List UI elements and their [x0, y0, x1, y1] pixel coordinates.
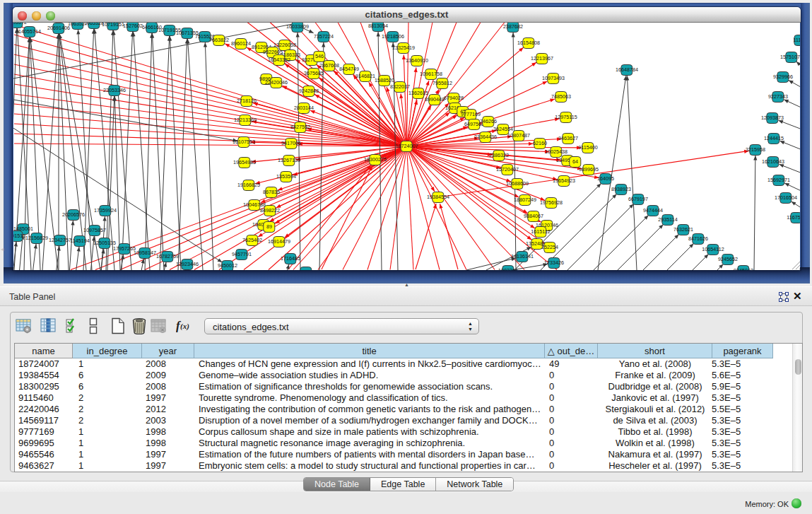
svg-text:18300275: 18300275	[364, 156, 387, 163]
svg-text:3675685: 3675685	[304, 70, 324, 76]
svg-text:8990448: 8990448	[425, 96, 445, 103]
svg-text:6679197: 6679197	[628, 196, 648, 202]
svg-text:9417006: 9417006	[281, 140, 301, 146]
svg-text:1716485: 1716485	[281, 255, 300, 262]
svg-text:1527602: 1527602	[123, 23, 143, 29]
svg-text:7485063: 7485063	[551, 93, 571, 100]
svg-text:8427552: 8427552	[290, 124, 310, 130]
svg-text:13267130: 13267130	[278, 157, 300, 163]
svg-text:1244415: 1244415	[764, 135, 784, 141]
svg-text:15720407: 15720407	[496, 166, 519, 173]
svg-text:14055714: 14055714	[18, 28, 41, 35]
svg-text:9227343: 9227343	[768, 93, 788, 100]
svg-text:19654923: 19654923	[553, 177, 575, 184]
svg-text:19218506: 19218506	[382, 33, 404, 40]
svg-text:7625402: 7625402	[242, 237, 262, 243]
svg-text:9115400: 9115400	[578, 144, 597, 151]
svg-text:11127: 11127	[794, 37, 800, 43]
svg-text:1733426: 1733426	[544, 259, 564, 266]
svg-text:19654985: 19654985	[233, 159, 256, 165]
svg-text:8960124: 8960124	[231, 40, 251, 47]
svg-text:12213369: 12213369	[234, 117, 257, 123]
svg-text:12975115: 12975115	[555, 114, 577, 120]
svg-text:2935114: 2935114	[658, 216, 677, 223]
svg-text:16033809: 16033809	[286, 23, 309, 30]
svg-text:9450012: 9450012	[218, 262, 237, 269]
svg-text:9329966: 9329966	[773, 74, 793, 80]
svg-text:8471626: 8471626	[688, 235, 708, 242]
svg-text:1362615: 1362615	[408, 90, 428, 96]
svg-text:20206576: 20206576	[62, 211, 85, 218]
svg-text:23053346: 23053346	[103, 87, 126, 93]
svg-text:3215958: 3215958	[746, 146, 765, 153]
svg-text:3624554: 3624554	[493, 126, 513, 132]
svg-text:1615112: 1615112	[531, 228, 550, 235]
svg-text:89: 89	[266, 223, 272, 230]
svg-text:8322037: 8322037	[390, 83, 410, 90]
svg-text:18724007: 18724007	[396, 143, 418, 149]
svg-text:164095: 164095	[597, 175, 614, 182]
svg-text:12923446: 12923446	[176, 261, 199, 267]
svg-text:9146821: 9146821	[355, 73, 375, 79]
svg-text:8813054: 8813054	[368, 23, 388, 29]
svg-text:1588520: 1588520	[375, 77, 394, 83]
svg-text:13640910: 13640910	[406, 57, 428, 64]
svg-text:12156829: 12156829	[25, 235, 48, 241]
svg-text:8454749: 8454749	[339, 66, 359, 72]
svg-text:12342757: 12342757	[49, 237, 71, 243]
svg-text:7955812: 7955812	[433, 80, 452, 86]
svg-text:252254: 252254	[541, 244, 558, 250]
svg-text:10975857: 10975857	[83, 227, 106, 233]
svg-text:9245012: 9245012	[734, 267, 753, 271]
svg-text:2386322: 2386322	[489, 152, 509, 158]
svg-text:6794028: 6794028	[444, 95, 464, 101]
svg-text:8498222: 8498222	[260, 207, 280, 214]
svg-text:19166825: 19166825	[237, 182, 260, 188]
svg-text:17016504: 17016504	[775, 194, 797, 201]
svg-text:15751074: 15751074	[780, 54, 800, 60]
svg-text:9474444: 9474444	[643, 207, 663, 214]
svg-text:(x): (x)	[180, 322, 189, 331]
svg-text:8938923: 8938923	[611, 186, 631, 192]
svg-text:1082366: 1082366	[498, 267, 518, 271]
svg-text:16543382: 16543382	[268, 57, 290, 63]
svg-text:19384554: 19384554	[427, 194, 449, 200]
svg-text:1145194: 1145194	[70, 238, 89, 244]
svg-text:9457791: 9457791	[232, 251, 252, 257]
svg-text:7663822: 7663822	[209, 37, 229, 43]
svg-text:10719151: 10719151	[102, 22, 124, 28]
svg-text:10961758: 10961758	[420, 71, 442, 77]
svg-text:13226058: 13226058	[273, 42, 296, 48]
svg-text:9322605: 9322605	[263, 49, 283, 55]
svg-text:1353594: 1353594	[276, 173, 296, 180]
svg-text:16107553: 16107553	[233, 139, 255, 145]
svg-text:21364436: 21364436	[474, 134, 497, 140]
svg-text:16914479: 16914479	[268, 238, 290, 245]
svg-text:20691406: 20691406	[47, 25, 70, 31]
svg-text:19756928: 19756928	[540, 199, 563, 206]
svg-text:17957265: 17957265	[113, 245, 136, 252]
svg-text:16154808: 16154808	[517, 40, 540, 46]
svg-text:867835: 867835	[263, 189, 280, 195]
svg-text:7632621: 7632621	[673, 226, 693, 233]
svg-text:16210643: 16210643	[762, 158, 784, 165]
svg-text:10025438: 10025438	[545, 148, 567, 155]
svg-text:2867608: 2867608	[319, 62, 339, 69]
svg-text:10688609: 10688609	[506, 180, 529, 187]
svg-text:16648784: 16648784	[616, 66, 638, 73]
svg-text:18807249: 18807249	[514, 197, 536, 203]
svg-text:17359924: 17359924	[94, 207, 117, 214]
svg-text:9463627: 9463627	[558, 135, 578, 141]
svg-text:2387682: 2387682	[503, 23, 523, 30]
svg-text:10958147: 10958147	[134, 250, 156, 256]
svg-text:1167531: 1167531	[787, 214, 800, 221]
svg-text:16782759: 16782759	[156, 253, 179, 259]
svg-text:62160: 62160	[533, 140, 547, 146]
svg-text:64: 64	[572, 158, 578, 165]
svg-text:10654112: 10654112	[702, 246, 724, 252]
svg-text:12093873: 12093873	[761, 115, 784, 121]
svg-text:12213967: 12213967	[531, 55, 553, 62]
svg-text:13325419: 13325419	[392, 45, 415, 51]
svg-text:14136141: 14136141	[511, 253, 534, 259]
svg-text:10792759: 10792759	[295, 269, 317, 271]
